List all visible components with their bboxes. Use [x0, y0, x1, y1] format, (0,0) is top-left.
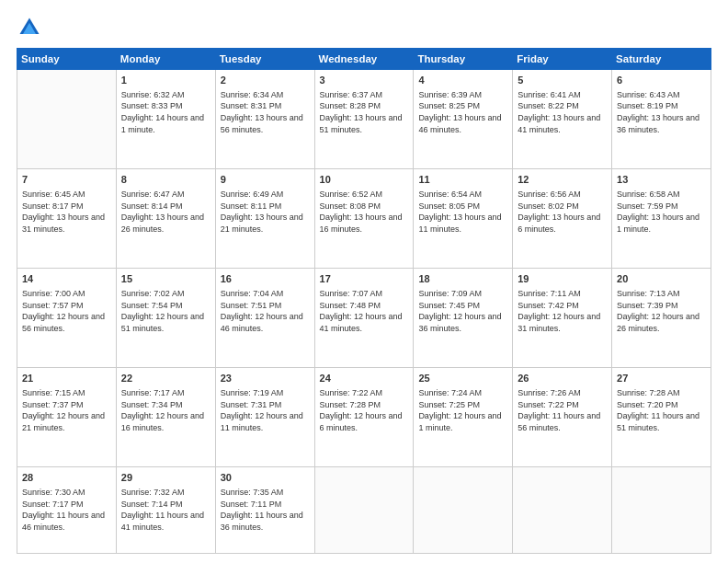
calendar-cell: 4Sunrise: 6:39 AM Sunset: 8:25 PM Daylig… [414, 70, 513, 169]
day-number: 26 [518, 372, 607, 385]
day-number: 12 [518, 173, 607, 187]
day-number: 25 [418, 372, 507, 385]
calendar-cell: 18Sunrise: 7:09 AM Sunset: 7:45 PM Dayli… [414, 269, 513, 368]
calendar-cell: 25Sunrise: 7:24 AM Sunset: 7:25 PM Dayli… [414, 368, 513, 467]
week-row-2: 14Sunrise: 7:00 AM Sunset: 7:57 PM Dayli… [17, 269, 711, 368]
day-number: 2 [221, 74, 310, 87]
cell-info: Sunrise: 7:02 AM Sunset: 7:54 PM Dayligh… [121, 288, 210, 334]
day-number: 28 [22, 471, 111, 485]
weekday-header-tuesday: Tuesday [215, 49, 314, 70]
week-row-3: 21Sunrise: 7:15 AM Sunset: 7:37 PM Dayli… [17, 368, 711, 467]
calendar-cell: 1Sunrise: 6:32 AM Sunset: 8:33 PM Daylig… [116, 70, 215, 169]
cell-info: Sunrise: 7:13 AM Sunset: 7:39 PM Dayligh… [617, 288, 706, 334]
weekday-header-saturday: Saturday [612, 49, 711, 70]
cell-info: Sunrise: 6:52 AM Sunset: 8:08 PM Dayligh… [320, 189, 409, 235]
calendar-cell: 7Sunrise: 6:45 AM Sunset: 8:17 PM Daylig… [17, 169, 117, 269]
cell-info: Sunrise: 7:24 AM Sunset: 7:25 PM Dayligh… [418, 387, 507, 433]
week-row-1: 7Sunrise: 6:45 AM Sunset: 8:17 PM Daylig… [17, 169, 711, 269]
calendar-cell: 28Sunrise: 7:30 AM Sunset: 7:17 PM Dayli… [17, 467, 117, 554]
week-row-4: 28Sunrise: 7:30 AM Sunset: 7:17 PM Dayli… [17, 467, 711, 554]
calendar-cell: 3Sunrise: 6:37 AM Sunset: 8:28 PM Daylig… [314, 70, 414, 169]
calendar-cell [612, 467, 711, 554]
calendar-cell: 6Sunrise: 6:43 AM Sunset: 8:19 PM Daylig… [612, 70, 711, 169]
calendar-cell: 5Sunrise: 6:41 AM Sunset: 8:22 PM Daylig… [513, 70, 612, 169]
cell-info: Sunrise: 6:49 AM Sunset: 8:11 PM Dayligh… [221, 189, 310, 235]
day-number: 21 [22, 372, 111, 385]
calendar-cell: 15Sunrise: 7:02 AM Sunset: 7:54 PM Dayli… [116, 269, 215, 368]
day-number: 6 [617, 74, 706, 87]
calendar-cell [314, 467, 414, 554]
day-number: 8 [121, 173, 210, 187]
cell-info: Sunrise: 6:41 AM Sunset: 8:22 PM Dayligh… [518, 89, 607, 135]
weekday-header-monday: Monday [116, 49, 215, 70]
calendar-cell: 21Sunrise: 7:15 AM Sunset: 7:37 PM Dayli… [17, 368, 117, 467]
weekday-header-friday: Friday [513, 49, 612, 70]
cell-info: Sunrise: 7:35 AM Sunset: 7:11 PM Dayligh… [221, 487, 310, 533]
calendar-cell: 2Sunrise: 6:34 AM Sunset: 8:31 PM Daylig… [215, 70, 314, 169]
logo-icon [17, 15, 42, 40]
day-number: 29 [121, 471, 210, 485]
calendar-cell: 8Sunrise: 6:47 AM Sunset: 8:14 PM Daylig… [116, 169, 215, 269]
weekday-header-wednesday: Wednesday [314, 49, 414, 70]
calendar-cell: 26Sunrise: 7:26 AM Sunset: 7:22 PM Dayli… [513, 368, 612, 467]
calendar-cell: 24Sunrise: 7:22 AM Sunset: 7:28 PM Dayli… [314, 368, 414, 467]
day-number: 16 [221, 272, 310, 286]
calendar-cell [414, 467, 513, 554]
calendar-cell: 17Sunrise: 7:07 AM Sunset: 7:48 PM Dayli… [314, 269, 414, 368]
calendar-cell: 16Sunrise: 7:04 AM Sunset: 7:51 PM Dayli… [215, 269, 314, 368]
cell-info: Sunrise: 7:11 AM Sunset: 7:42 PM Dayligh… [518, 288, 607, 334]
day-number: 1 [121, 74, 210, 87]
cell-info: Sunrise: 6:54 AM Sunset: 8:05 PM Dayligh… [418, 189, 507, 235]
calendar-cell: 12Sunrise: 6:56 AM Sunset: 8:02 PM Dayli… [513, 169, 612, 269]
calendar-cell: 19Sunrise: 7:11 AM Sunset: 7:42 PM Dayli… [513, 269, 612, 368]
cell-info: Sunrise: 7:26 AM Sunset: 7:22 PM Dayligh… [518, 387, 607, 433]
calendar-cell: 10Sunrise: 6:52 AM Sunset: 8:08 PM Dayli… [314, 169, 414, 269]
cell-info: Sunrise: 7:28 AM Sunset: 7:20 PM Dayligh… [617, 387, 706, 433]
day-number: 11 [418, 173, 507, 187]
cell-info: Sunrise: 7:30 AM Sunset: 7:17 PM Dayligh… [22, 487, 111, 533]
cell-info: Sunrise: 6:32 AM Sunset: 8:33 PM Dayligh… [121, 89, 210, 135]
day-number: 20 [617, 272, 706, 286]
day-number: 23 [221, 372, 310, 385]
day-number: 5 [518, 74, 607, 87]
day-number: 9 [221, 173, 310, 187]
calendar-cell [513, 467, 612, 554]
calendar-cell: 27Sunrise: 7:28 AM Sunset: 7:20 PM Dayli… [612, 368, 711, 467]
logo [17, 15, 46, 40]
weekday-header-thursday: Thursday [414, 49, 513, 70]
calendar-cell [17, 70, 117, 169]
cell-info: Sunrise: 7:07 AM Sunset: 7:48 PM Dayligh… [320, 288, 409, 334]
day-number: 24 [320, 372, 409, 385]
cell-info: Sunrise: 6:58 AM Sunset: 7:59 PM Dayligh… [617, 189, 706, 235]
day-number: 7 [22, 173, 111, 187]
calendar-cell: 20Sunrise: 7:13 AM Sunset: 7:39 PM Dayli… [612, 269, 711, 368]
day-number: 14 [22, 272, 111, 286]
calendar-cell: 9Sunrise: 6:49 AM Sunset: 8:11 PM Daylig… [215, 169, 314, 269]
cell-info: Sunrise: 6:34 AM Sunset: 8:31 PM Dayligh… [221, 89, 310, 135]
cell-info: Sunrise: 7:04 AM Sunset: 7:51 PM Dayligh… [221, 288, 310, 334]
cell-info: Sunrise: 7:19 AM Sunset: 7:31 PM Dayligh… [221, 387, 310, 433]
calendar-cell: 22Sunrise: 7:17 AM Sunset: 7:34 PM Dayli… [116, 368, 215, 467]
day-number: 4 [418, 74, 507, 87]
cell-info: Sunrise: 6:37 AM Sunset: 8:28 PM Dayligh… [320, 89, 409, 135]
day-number: 10 [320, 173, 409, 187]
cell-info: Sunrise: 6:43 AM Sunset: 8:19 PM Dayligh… [617, 89, 706, 135]
day-number: 3 [320, 74, 409, 87]
cell-info: Sunrise: 7:22 AM Sunset: 7:28 PM Dayligh… [320, 387, 409, 433]
cell-info: Sunrise: 7:17 AM Sunset: 7:34 PM Dayligh… [121, 387, 210, 433]
calendar-cell: 11Sunrise: 6:54 AM Sunset: 8:05 PM Dayli… [414, 169, 513, 269]
day-number: 22 [121, 372, 210, 385]
weekday-header-row: SundayMondayTuesdayWednesdayThursdayFrid… [17, 49, 711, 70]
cell-info: Sunrise: 6:47 AM Sunset: 8:14 PM Dayligh… [121, 189, 210, 235]
cell-info: Sunrise: 7:00 AM Sunset: 7:57 PM Dayligh… [22, 288, 111, 334]
calendar-cell: 14Sunrise: 7:00 AM Sunset: 7:57 PM Dayli… [17, 269, 117, 368]
page: SundayMondayTuesdayWednesdayThursdayFrid… [0, 0, 728, 563]
cell-info: Sunrise: 7:09 AM Sunset: 7:45 PM Dayligh… [418, 288, 507, 334]
day-number: 27 [617, 372, 706, 385]
header [17, 15, 711, 40]
cell-info: Sunrise: 6:39 AM Sunset: 8:25 PM Dayligh… [418, 89, 507, 135]
calendar-cell: 13Sunrise: 6:58 AM Sunset: 7:59 PM Dayli… [612, 169, 711, 269]
calendar-cell: 23Sunrise: 7:19 AM Sunset: 7:31 PM Dayli… [215, 368, 314, 467]
cell-info: Sunrise: 7:32 AM Sunset: 7:14 PM Dayligh… [121, 487, 210, 533]
day-number: 30 [221, 471, 310, 485]
